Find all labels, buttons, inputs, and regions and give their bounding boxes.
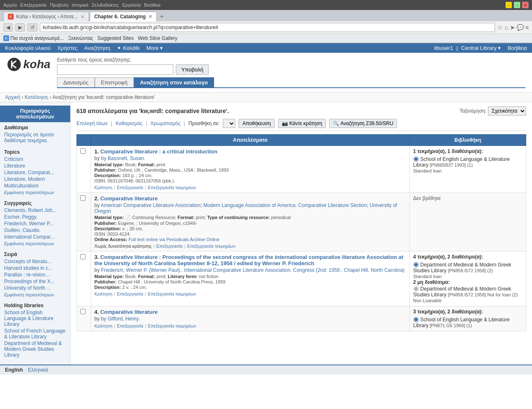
result-3-unavail-callnum[interactable]: [PN858.I572 1958] Not for loan (2) bbox=[448, 292, 517, 297]
menu-history[interactable]: Ιστορικό bbox=[71, 2, 88, 7]
result-3-checkbox[interactable] bbox=[80, 254, 86, 259]
tab-return[interactable]: Επιστροφή bbox=[95, 77, 134, 87]
sidebar-author-4[interactable]: International Compar... bbox=[4, 234, 66, 240]
sidebar-holding-1[interactable]: School of French Language & Literature L… bbox=[4, 328, 66, 340]
sidebar-holding-2[interactable]: Department of Medieval & Modern Greek St… bbox=[4, 340, 66, 358]
result-1-hold[interactable]: Κράτηση bbox=[94, 185, 112, 190]
address-input[interactable] bbox=[40, 23, 495, 32]
result-1-checkbox[interactable] bbox=[80, 148, 86, 154]
maximize-button[interactable]: □ bbox=[514, 2, 520, 8]
sidebar-topic-4[interactable]: Multiculturalism bbox=[4, 183, 66, 189]
save-button[interactable]: Αποθήκευση bbox=[239, 119, 274, 128]
result-1-edit[interactable]: Επεξεργασία bbox=[117, 185, 143, 190]
result-3-hold[interactable]: Κράτηση bbox=[94, 291, 112, 296]
menu-archivo[interactable]: Αρχείο bbox=[3, 2, 17, 7]
result-3-title[interactable]: Comparative literature : Proceedings of … bbox=[94, 254, 403, 266]
result-1-callnum[interactable]: [PN865B37 1993] (1) bbox=[430, 163, 473, 168]
sidebar-topics-more[interactable]: Εμφάνιση περισσότερων bbox=[4, 190, 54, 195]
bookmark-star-icon[interactable]: ☆ bbox=[498, 24, 503, 31]
search-submit-button[interactable]: Υποβολή bbox=[176, 64, 209, 75]
bookmark-suggested[interactable]: Suggested Sites bbox=[97, 35, 133, 41]
nav-cart[interactable]: ✦ Καλάθι bbox=[117, 45, 140, 51]
result-1-author-link[interactable]: by Bassnett, Susan. bbox=[101, 155, 145, 161]
tab-chapter[interactable]: Chapter 6. Cataloging ✕ bbox=[90, 12, 157, 21]
result-2-author-link-1[interactable]: American Comparative Literature Associat… bbox=[101, 202, 200, 208]
result-1-edit-items[interactable]: Επεξεργασία τεκμηρίων bbox=[148, 185, 196, 190]
sidebar-topic-1[interactable]: Literature bbox=[4, 163, 66, 169]
menu-bookmarks[interactable]: Σελιδοδείκτες bbox=[92, 2, 119, 7]
sidebar-author-1[interactable]: Escher, Peggy. bbox=[4, 214, 66, 220]
result-2-checkbox[interactable] bbox=[80, 195, 86, 201]
result-1-title[interactable]: Comparative literature : a critical intr… bbox=[100, 148, 217, 155]
result-4-edit[interactable]: Επεξεργασία bbox=[117, 323, 143, 328]
result-4-callnum[interactable]: [PN871.G5 1969] (1) bbox=[430, 323, 472, 328]
result-2-edit-items[interactable]: Επεξεργασία τεκμηρίων bbox=[187, 244, 235, 249]
result-2-edit[interactable]: Επεξεργασία bbox=[156, 244, 182, 249]
result-4-title[interactable]: Comparative literature bbox=[100, 309, 158, 315]
tab-catalog-search[interactable]: Αναζήτηση στον κατάλογο bbox=[134, 77, 214, 87]
result-2-online-link[interactable]: Full text online via Periodicals Archive… bbox=[128, 237, 219, 242]
select-all-link[interactable]: Επιλογή όλων bbox=[76, 121, 108, 126]
result-3-edit-items[interactable]: Επεξεργασία τεκμηρίων bbox=[148, 291, 196, 296]
sidebar-series-2[interactable]: Parallax : re-vision... bbox=[4, 272, 66, 278]
sidebar-series-3[interactable]: Proceedings of the X... bbox=[4, 278, 66, 284]
result-4-hold[interactable]: Κράτηση bbox=[94, 323, 112, 328]
nav-search[interactable]: Αναζήτηση bbox=[84, 45, 111, 51]
add-to-select[interactable] bbox=[223, 119, 235, 128]
sidebar-series-4[interactable]: University of North ... bbox=[4, 285, 66, 291]
result-4-author-link[interactable]: by Gifford, Henry. bbox=[101, 316, 140, 322]
tab-koha[interactable]: K Koha › Κατάλογος › Αποτε... ✕ bbox=[3, 12, 89, 21]
sidebar-topic-0[interactable]: Criticism bbox=[4, 156, 66, 162]
sidebar-author-0[interactable]: Clements, Robert Joh... bbox=[4, 207, 66, 213]
bookmark-webslice[interactable]: Web Slice Gallery bbox=[138, 35, 177, 41]
menu-icon[interactable]: ≡ bbox=[525, 24, 529, 31]
bookmark-start[interactable]: Ξεκινώντας bbox=[68, 35, 93, 41]
new-tab-button[interactable]: + bbox=[158, 12, 166, 21]
sort-select[interactable]: Σχετικότητα bbox=[488, 106, 526, 116]
nav-user[interactable]: libuser1 bbox=[434, 45, 453, 51]
tab-chapter-close[interactable]: ✕ bbox=[148, 14, 152, 20]
z3950-button[interactable]: 🔍 Αναζήτηση Z39.50/SRU bbox=[329, 119, 397, 128]
tab-koha-close[interactable]: ✕ bbox=[81, 14, 84, 20]
nav-more[interactable]: More ▾ bbox=[146, 45, 163, 51]
breadcrumb-home[interactable]: Αρχική bbox=[5, 94, 20, 100]
nav-library[interactable]: Central Library ▾ bbox=[461, 45, 501, 51]
result-4-edit-items[interactable]: Επεξεργασία τεκμηρίων bbox=[148, 323, 196, 328]
sidebar-series-0[interactable]: Concepts of literatu... bbox=[4, 259, 66, 264]
nav-help[interactable]: Βοήθεια bbox=[507, 45, 527, 51]
menu-help[interactable]: Βοήθεια bbox=[144, 2, 160, 7]
result-3-edit[interactable]: Επεξεργασία bbox=[117, 291, 143, 296]
sidebar-series-more[interactable]: Εμφάνιση περισσότερων bbox=[4, 292, 54, 297]
chat-icon[interactable]: 💬 bbox=[517, 24, 524, 31]
colorize-link[interactable]: Χρωματισμός bbox=[150, 121, 180, 126]
sidebar-author-2[interactable]: Friederich, Werner P... bbox=[4, 221, 66, 227]
clear-link[interactable]: Καθαρισμός bbox=[116, 121, 143, 126]
sidebar-available-link[interactable]: Περιορισμός σε άμεσα διαθέσιμα τεκμήρια. bbox=[4, 132, 66, 143]
back-button[interactable]: ◀ bbox=[3, 23, 13, 32]
close-button[interactable]: ✕ bbox=[522, 2, 529, 8]
lang-greek[interactable]: Ελληνικά bbox=[28, 367, 48, 373]
sidebar-series-1[interactable]: Harvard studies in c... bbox=[4, 265, 66, 271]
breadcrumb-catalog[interactable]: Κατάλογος bbox=[25, 94, 48, 100]
search-input[interactable] bbox=[57, 64, 173, 75]
sidebar-holding-0[interactable]: School of English Language & Literature … bbox=[4, 310, 66, 327]
forward-button[interactable]: ▶ bbox=[15, 23, 25, 32]
minimize-button[interactable]: − bbox=[505, 2, 512, 8]
result-3-callnum[interactable]: [PN858.I572 1958] (2) bbox=[448, 268, 493, 273]
sidebar-topic-3[interactable]: Literature, Modern bbox=[4, 176, 66, 182]
lang-english[interactable]: English bbox=[5, 367, 23, 373]
sidebar-author-3[interactable]: Guillen, Claudio. bbox=[4, 227, 66, 233]
sidebar-topic-2[interactable]: Literature, Comparat... bbox=[4, 170, 66, 175]
menu-edit[interactable]: Επεξεργασία bbox=[20, 2, 47, 7]
bookmark-frequent[interactable]: K Πιο συχνά αναγνωσμέ... bbox=[3, 35, 64, 41]
result-4-checkbox[interactable] bbox=[80, 309, 86, 314]
result-2-title[interactable]: Comparative literature bbox=[100, 195, 158, 202]
menu-view[interactable]: Προβολή bbox=[50, 2, 68, 7]
menu-tools[interactable]: Εργαλεία bbox=[122, 2, 141, 7]
nav-circulation[interactable]: Κυκλοφορία υλικού bbox=[5, 45, 51, 51]
hold-button[interactable]: 📷 Κάντε κράτηση bbox=[278, 119, 326, 128]
nav-icon[interactable]: ➤ bbox=[510, 24, 515, 31]
result-3-author-link-2[interactable]: International Comparative Literature Ass… bbox=[184, 267, 404, 273]
home-icon[interactable]: ⌂ bbox=[505, 24, 508, 31]
result-3-author-link-1[interactable]: Friederich, Werner P. (Werner Paul). bbox=[101, 267, 181, 273]
